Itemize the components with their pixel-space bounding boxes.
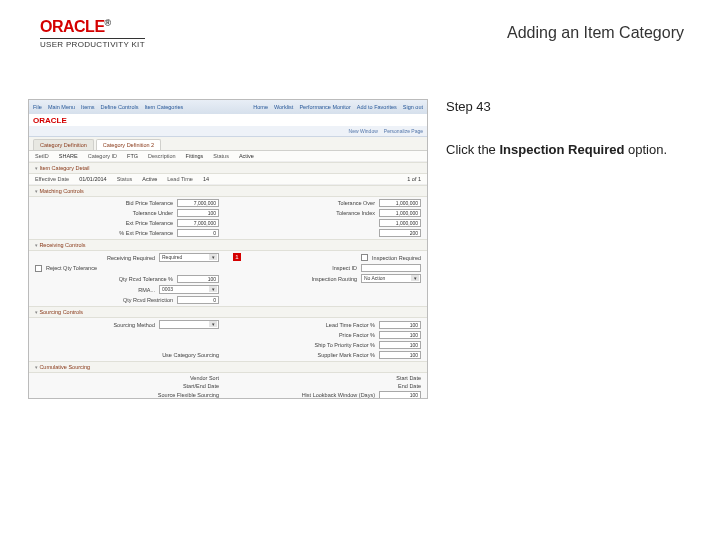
product-logo: ORACLE® USER PRODUCTIVITY KIT <box>40 18 145 49</box>
guided-screenshot: File Main Menu Items Define Controls Ite… <box>28 99 428 399</box>
status2-label: Status <box>117 176 133 182</box>
field-label: Bid Price Tolerance <box>35 200 173 206</box>
receiving-controls-head[interactable]: Receiving Controls <box>29 239 427 251</box>
pct-ext-tol-input[interactable]: 0 <box>177 229 219 237</box>
item-cat-detail-head: Item Category Detail <box>29 162 427 174</box>
field-label: Qty Rcvd Restriction <box>35 297 173 303</box>
field-label: Ext Price Tolerance <box>35 220 173 226</box>
ss-new-window-link[interactable]: New Window <box>349 128 378 134</box>
field-label: RMA... <box>35 287 155 293</box>
pct-ext-tol2-input[interactable]: 200 <box>379 229 421 237</box>
status-value: Active <box>239 153 254 159</box>
row-counter: 1 of 1 <box>407 176 421 182</box>
field-label: Qty Rcvd Tolerance % <box>35 276 173 282</box>
field-label: Tolerance Index <box>237 210 375 216</box>
ss-tabs: Category Definition Category Definition … <box>29 137 427 151</box>
ss-nav-bar: File Main Menu Items Define Controls Ite… <box>29 100 427 114</box>
field-label: Supplier Mark Factor % <box>237 352 375 358</box>
ss-nav-link[interactable]: Home <box>253 104 268 110</box>
sourcing-controls-head[interactable]: Sourcing Controls <box>29 306 427 318</box>
tol-under-input[interactable]: 100 <box>177 209 219 217</box>
ss-nav-item[interactable]: Main Menu <box>48 104 75 110</box>
shipto-priority-input[interactable]: 100 <box>379 341 421 349</box>
setid-label: SetID <box>35 153 49 159</box>
ss-nav-link[interactable]: Performance Monitor <box>299 104 350 110</box>
inspection-required-label: Inspection Required <box>372 255 421 261</box>
tol-index-input[interactable]: 1,000,000 <box>379 209 421 217</box>
tab-category-def2[interactable]: Category Definition 2 <box>96 139 161 150</box>
ss-nav-item[interactable]: File <box>33 104 42 110</box>
inspection-routing-select[interactable]: No Action <box>361 274 421 283</box>
ss-nav-link[interactable]: Add to Favorites <box>357 104 397 110</box>
ss-nav-link[interactable]: Worklist <box>274 104 293 110</box>
inspect-id-input[interactable] <box>361 264 421 272</box>
leadtime-label: Lead Time <box>167 176 193 182</box>
ss-header-row: SetID SHARE Category ID FTG Description … <box>29 151 427 162</box>
eff-date-label: Effective Date <box>35 176 69 182</box>
instr-bold: Inspection Required <box>499 142 624 157</box>
bid-price-tol-input[interactable]: 7,000,000 <box>177 199 219 207</box>
product-subtitle: USER PRODUCTIVITY KIT <box>40 38 145 49</box>
matching-controls-grid: Bid Price Tolerance7,000,000 Tolerance O… <box>29 197 427 239</box>
tab-category-def[interactable]: Category Definition <box>33 139 94 150</box>
field-label: End Date <box>237 383 421 389</box>
hist-lookback-input[interactable]: 100 <box>379 391 421 399</box>
field-label: % Ext Price Tolerance <box>35 230 173 236</box>
step-label: Step 43 <box>446 99 692 114</box>
field-label: Receiving Required <box>35 255 155 261</box>
ss-nav-link[interactable]: Sign out <box>403 104 423 110</box>
sourcing-method-select[interactable] <box>159 320 219 329</box>
lead-time-factor-input[interactable]: 100 <box>379 321 421 329</box>
instr-prefix: Click the <box>446 142 499 157</box>
ss-sub-bar: New Window Personalize Page <box>29 126 427 137</box>
ss-detail-row: Effective Date 01/01/2014 Status Active … <box>29 174 427 185</box>
status2-value: Active <box>142 176 157 182</box>
ext-price-tol2-input[interactable]: 1,000,000 <box>379 219 421 227</box>
field-label: Use Category Sourcing <box>35 352 219 358</box>
oracle-wordmark: ORACLE® <box>40 18 145 36</box>
instruction-text: Click the Inspection Required option. <box>446 142 692 157</box>
field-label: Start/End Date <box>35 383 219 389</box>
reject-tol-check[interactable] <box>35 265 42 272</box>
inspection-required-check[interactable] <box>361 254 368 261</box>
receiving-controls-grid: Receiving RequiredRequired 1 Inspection … <box>29 251 427 306</box>
ss-nav-item[interactable]: Items <box>81 104 94 110</box>
ss-personalize-link[interactable]: Personalize Page <box>384 128 423 134</box>
category-id-label: Category ID <box>88 153 117 159</box>
price-factor-input[interactable]: 100 <box>379 331 421 339</box>
eff-date-value: 01/01/2014 <box>79 176 107 182</box>
instr-suffix: option. <box>624 142 667 157</box>
field-label: Tolerance Over <box>237 200 375 206</box>
tol-over-input[interactable]: 1,000,000 <box>379 199 421 207</box>
field-label: Ship To Priority Factor % <box>237 342 375 348</box>
rma-select[interactable]: 0003 <box>159 285 219 294</box>
matching-controls-head[interactable]: Matching Controls <box>29 185 427 197</box>
setid-value: SHARE <box>59 153 78 159</box>
field-label: Vendor Sort <box>35 375 219 381</box>
field-label: Reject Qty Tolerance <box>46 265 219 271</box>
field-label: Source Flexible Sourcing <box>35 392 219 398</box>
ss-nav-item[interactable]: Define Controls <box>101 104 139 110</box>
field-label: Inspection Routing <box>237 276 357 282</box>
ext-price-tol-input[interactable]: 7,000,000 <box>177 219 219 227</box>
leadtime-value: 14 <box>203 176 209 182</box>
receiving-required-select[interactable]: Required <box>159 253 219 262</box>
description-value: Fittings <box>186 153 204 159</box>
field-label: Price Factor % <box>237 332 375 338</box>
supplier-mark-input[interactable]: 100 <box>379 351 421 359</box>
field-label: Lead Time Factor % <box>237 322 375 328</box>
description-label: Description <box>148 153 176 159</box>
instruction-pane: Step 43 Click the Inspection Required op… <box>428 99 692 399</box>
status-label: Status <box>213 153 229 159</box>
page-title: Adding an Item Category <box>145 18 692 42</box>
qty-restriction-input[interactable]: 0 <box>177 296 219 304</box>
qty-rcvd-tol-input[interactable]: 100 <box>177 275 219 283</box>
cumulative-sourcing-grid: Vendor Sort Start Date Start/End Date En… <box>29 373 427 399</box>
ss-nav-item[interactable]: Item Categories <box>144 104 183 110</box>
cumulative-sourcing-head[interactable]: Cumulative Sourcing <box>29 361 427 373</box>
field-label: Sourcing Method <box>35 322 155 328</box>
category-id-value: FTG <box>127 153 138 159</box>
field-label: Tolerance Under <box>35 210 173 216</box>
field-label: Start Date <box>237 375 421 381</box>
field-label: Hist Lookback Window (Days) <box>237 392 375 398</box>
